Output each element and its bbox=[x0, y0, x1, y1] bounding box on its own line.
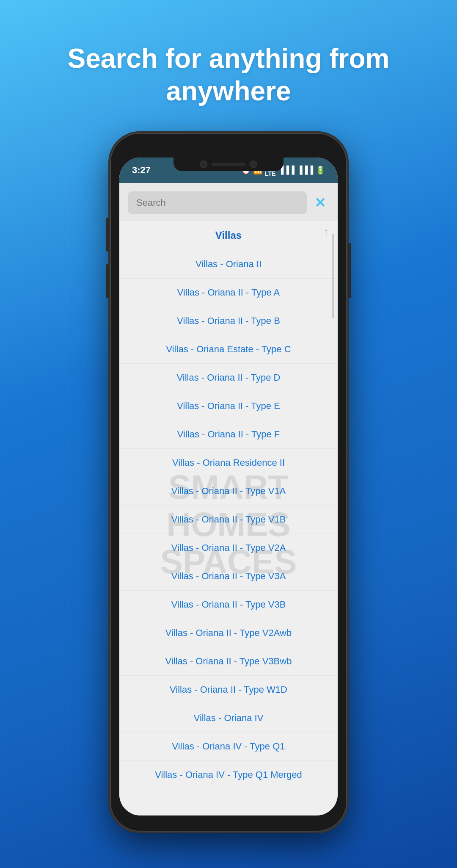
list-item[interactable]: Villas - Oriana II - Type V3B bbox=[119, 591, 338, 619]
list-item[interactable]: Villas - Oriana II - Type E bbox=[119, 392, 338, 420]
close-button[interactable]: ✕ bbox=[311, 193, 329, 213]
list-item[interactable]: Villas bbox=[119, 221, 338, 250]
list-item[interactable]: Villas - Oriana II - Type W1D bbox=[119, 676, 338, 704]
list-item[interactable]: Villas - Oriana Estate - Type C bbox=[119, 335, 338, 364]
search-input[interactable] bbox=[128, 191, 307, 214]
list-item[interactable]: Villas - Oriana II - Type V1B bbox=[119, 506, 338, 534]
list-item[interactable]: Villas - Oriana II - Type B bbox=[119, 307, 338, 335]
search-results-list[interactable]: SMARTHOMESSPACES ↑ VillasVillas - Oriana… bbox=[119, 221, 338, 815]
list-item[interactable]: Villas - Oriana IV bbox=[119, 704, 338, 733]
phone-button-left-top bbox=[106, 218, 109, 252]
phone-screen: 3:27 ⏰ 📶 VoLTE ▐▐▐ ▐▐▐ 🔋 ✕ SMARTHOMESSPA… bbox=[119, 158, 338, 815]
list-item[interactable]: Villas - Oriana II - Type D bbox=[119, 364, 338, 392]
list-item[interactable]: Villas - Oriana II - Type V3A bbox=[119, 562, 338, 591]
search-bar-area: ✕ bbox=[119, 183, 338, 221]
list-item[interactable]: Villas - Oriana II - Type V2Awb bbox=[119, 619, 338, 647]
list-container: VillasVillas - Oriana IIVillas - Oriana … bbox=[119, 221, 338, 789]
list-item[interactable]: Villas - Oriana II - Type F bbox=[119, 420, 338, 449]
list-item[interactable]: Villas - Oriana II - Type V1A bbox=[119, 477, 338, 506]
list-item[interactable]: Villas - Oriana II - Type V3Bwb bbox=[119, 647, 338, 676]
phone-mockup: 3:27 ⏰ 📶 VoLTE ▐▐▐ ▐▐▐ 🔋 ✕ SMARTHOMESSPA… bbox=[110, 133, 347, 832]
phone-button-left-bottom bbox=[106, 264, 109, 298]
battery-icon: 🔋 bbox=[316, 166, 325, 175]
phone-button-right bbox=[348, 243, 351, 298]
front-camera-2 bbox=[250, 160, 257, 168]
status-time: 3:27 bbox=[132, 165, 151, 176]
list-item[interactable]: Villas - Oriana II - Type A bbox=[119, 279, 338, 307]
list-item[interactable]: Villas - Oriana II - Type V2A bbox=[119, 534, 338, 562]
front-camera bbox=[200, 160, 207, 168]
speaker bbox=[212, 163, 245, 166]
phone-notch bbox=[173, 158, 284, 171]
list-item[interactable]: Villas - Oriana Residence II bbox=[119, 449, 338, 477]
signal-bars-2: ▐▐▐ bbox=[297, 166, 313, 174]
list-item[interactable]: Villas - Oriana II bbox=[119, 250, 338, 279]
page-title: Search for anything from anywhere bbox=[34, 42, 424, 108]
list-item[interactable]: Villas - Oriana IV - Type Q1 Merged bbox=[119, 761, 338, 789]
list-item[interactable]: Villas - Oriana IV - Type Q1 bbox=[119, 733, 338, 761]
